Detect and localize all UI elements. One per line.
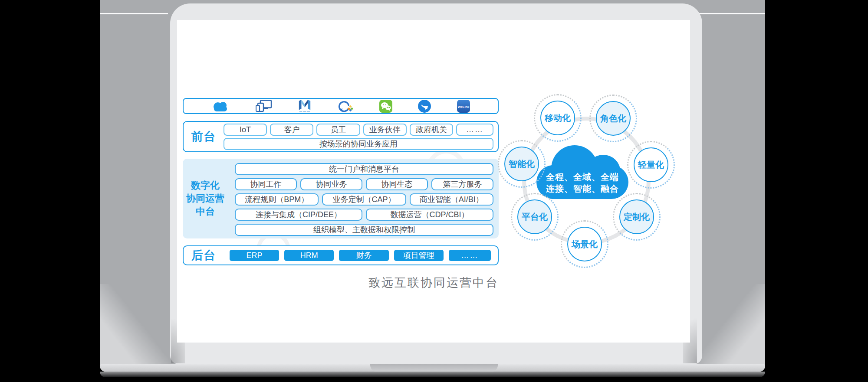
cycle-node-mobile: 移动化 [534, 94, 582, 142]
cycle-node-platform: 平台化 [511, 193, 559, 241]
wechat-icon [379, 100, 392, 113]
mid-chip-bpm: 流程规则（BPM） [235, 193, 319, 206]
mid-chip-cip-dee: 连接与集成（CIP/DEE） [235, 209, 362, 221]
mid-chip-collab-eco: 协同生态 [366, 178, 428, 190]
cycle-node-scenario: 场景化 [561, 220, 608, 268]
middle-platform-label: 数字化 协同运营 中台 [183, 159, 228, 238]
back-layer-label: 后台 [184, 248, 224, 263]
mid-chip-collab-work: 协同工作 [235, 178, 297, 190]
front-chip-government: 政府机关 [410, 124, 453, 136]
mid-chip-third-party: 第三方服务 [431, 178, 493, 190]
m3-logo-icon [298, 99, 312, 113]
collab-chat-icon [338, 100, 353, 113]
front-chip-customer: 客户 [270, 124, 313, 136]
back-chip-more: …… [449, 250, 491, 261]
background-laptop-shine-left [100, 284, 171, 368]
front-layer-box: 前台 IoT 客户 员工 业务伙伴 政府机关 …… 按场景的协同业务应用 [183, 121, 499, 152]
back-layer-box: 后台 ERP HRM 财务 项目管理 …… [183, 245, 499, 265]
back-chip-hrm: HRM [284, 250, 334, 261]
middle-platform-section: 数字化 协同运营 中台 统一门户和消息平台 协同工作 协同业务 协同生态 第三方… [183, 159, 499, 238]
cloud-icon [211, 100, 230, 112]
background-laptop-highlight-right [697, 13, 765, 14]
cycle-node-role: 角色化 [589, 95, 637, 142]
mid-chip-cap: 业务定制（CAP） [322, 193, 406, 206]
screen-content: WeLink 前台 IoT 客户 员工 业务伙伴 政府机关 …… 按场景的协同业… [177, 20, 690, 343]
back-chip-finance: 财务 [339, 250, 388, 261]
welink-icon: WeLink [457, 100, 470, 113]
mid-chip-org-model: 组织模型、主数据和权限控制 [235, 224, 493, 236]
front-chip-employee: 员工 [316, 124, 360, 136]
front-chip-more: …… [456, 124, 493, 136]
front-layer-label: 前台 [184, 122, 224, 151]
front-chip-partner: 业务伙伴 [363, 124, 407, 136]
back-chip-project: 项目管理 [394, 250, 444, 261]
cycle-node-lightweight: 轻量化 [627, 141, 675, 189]
cycle-node-intelligent: 智能化 [498, 140, 546, 188]
laptop-mockup-scene: WeLink 前台 IoT 客户 员工 业务伙伴 政府机关 …… 按场景的协同业… [0, 0, 868, 382]
welink-label: WeLink [458, 104, 470, 108]
dingtalk-icon [418, 100, 431, 113]
center-cloud: 全程、全域、全端 连接、智能、融合 [536, 145, 628, 199]
channel-icon-bar: WeLink [183, 98, 499, 114]
center-cloud-text: 全程、全域、全端 连接、智能、融合 [536, 171, 628, 195]
laptop-base-notch [370, 364, 498, 372]
mid-chip-portal: 统一门户和消息平台 [235, 163, 493, 175]
background-laptop-highlight-left [100, 13, 168, 14]
background-laptop-shine-right [694, 284, 765, 368]
cycle-node-custom: 定制化 [613, 193, 661, 241]
front-scenario-apps-chip: 按场景的协同业务应用 [224, 138, 493, 150]
back-chip-erp: ERP [230, 250, 279, 261]
laptop-base-shadow [100, 372, 765, 377]
multi-device-icon [256, 100, 272, 113]
mid-chip-aibi: 商业智能（AI/BI） [410, 193, 493, 206]
front-chip-iot: IoT [224, 124, 267, 136]
diagram-caption: 致远互联协同运营中台 [177, 275, 690, 291]
mid-chip-collab-business: 协同业务 [300, 178, 362, 190]
mid-chip-cdp-cbi: 数据运营（CDP/CBI） [366, 209, 493, 221]
